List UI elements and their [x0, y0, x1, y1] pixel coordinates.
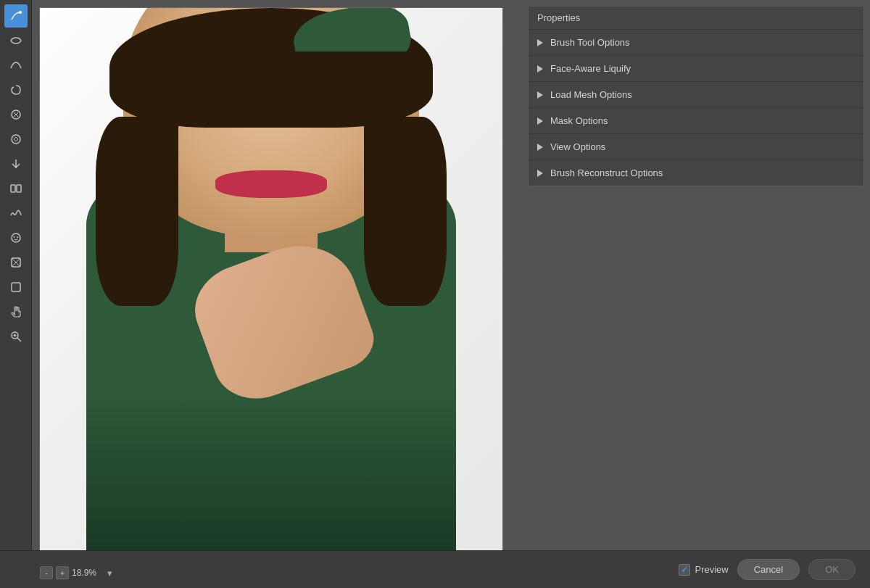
- mask-options-item[interactable]: Mask Options: [529, 108, 863, 134]
- canvas-wrapper: [39, 7, 503, 550]
- brush-tool-options-arrow: [537, 39, 543, 46]
- preview-label: Preview: [695, 564, 728, 575]
- brush-reconstruct-options-item[interactable]: Brush Reconstruct Options: [529, 160, 863, 186]
- view-options-label: View Options: [550, 141, 605, 152]
- mirror-tool[interactable]: [4, 177, 28, 200]
- view-options-arrow: [537, 144, 543, 151]
- properties-title: Properties: [529, 7, 863, 30]
- svg-rect-4: [17, 185, 21, 192]
- properties-panel: Properties Brush Tool Options Face-Aware…: [528, 6, 864, 186]
- smooth-tool[interactable]: [4, 54, 28, 77]
- thaw-mask-tool[interactable]: [4, 276, 28, 299]
- zoom-in-button[interactable]: +: [56, 566, 69, 579]
- photo-canvas[interactable]: [40, 8, 502, 550]
- face-aware-liquify-arrow: [537, 65, 543, 73]
- load-mesh-options-item[interactable]: Load Mesh Options: [529, 82, 863, 108]
- face-tool[interactable]: [4, 226, 28, 249]
- svg-point-7: [17, 236, 18, 238]
- preview-checkbox-wrapper[interactable]: Preview: [679, 564, 728, 576]
- zoom-value: 18.9%: [72, 568, 101, 578]
- brush-tool-options-item[interactable]: Brush Tool Options: [529, 30, 863, 56]
- load-mesh-options-label: Load Mesh Options: [550, 89, 632, 100]
- pucker-tool[interactable]: [4, 103, 28, 126]
- bottom-bar: - + 18.9% ▾ Preview Cancel OK: [0, 550, 870, 588]
- main-area: Properties Brush Tool Options Face-Aware…: [0, 0, 870, 550]
- toolbar: [0, 0, 32, 550]
- svg-point-5: [12, 233, 20, 242]
- bloat-tool[interactable]: [4, 128, 28, 151]
- preview-area: Preview: [679, 564, 728, 576]
- svg-line-11: [17, 338, 21, 341]
- zoom-tool[interactable]: [4, 325, 28, 348]
- svg-rect-9: [12, 283, 20, 291]
- face-aware-liquify-label: Face-Aware Liquify: [550, 63, 631, 74]
- face-aware-liquify-item[interactable]: Face-Aware Liquify: [529, 56, 863, 82]
- mask-options-arrow: [537, 117, 543, 125]
- brush-tool-options-label: Brush Tool Options: [550, 37, 630, 48]
- svg-point-2: [12, 135, 20, 144]
- svg-rect-3: [11, 185, 15, 192]
- svg-point-6: [13, 236, 14, 238]
- zoom-out-button[interactable]: -: [40, 566, 53, 579]
- view-options-item[interactable]: View Options: [529, 134, 863, 160]
- svg-point-0: [19, 11, 22, 14]
- right-panel: Properties Brush Tool Options Face-Aware…: [522, 0, 870, 550]
- brush-reconstruct-options-arrow: [537, 170, 543, 177]
- turbulence-tool[interactable]: [4, 202, 28, 225]
- reconstruct-tool[interactable]: [4, 29, 28, 52]
- push-left-tool[interactable]: [4, 152, 28, 175]
- forward-warp-tool[interactable]: [4, 4, 28, 28]
- preview-checkbox[interactable]: [679, 564, 690, 576]
- ok-button[interactable]: OK: [808, 559, 856, 580]
- hand-tool[interactable]: [4, 300, 28, 323]
- load-mesh-options-arrow: [537, 91, 543, 99]
- cancel-button[interactable]: Cancel: [737, 559, 800, 580]
- canvas-area: [32, 0, 522, 550]
- mask-options-label: Mask Options: [550, 115, 608, 126]
- zoom-dropdown-button[interactable]: ▾: [104, 567, 115, 579]
- brush-reconstruct-options-label: Brush Reconstruct Options: [550, 167, 663, 178]
- freeze-mask-tool[interactable]: [4, 251, 28, 274]
- twirl-tool[interactable]: [4, 78, 28, 102]
- zoom-controls: - + 18.9% ▾: [40, 566, 115, 579]
